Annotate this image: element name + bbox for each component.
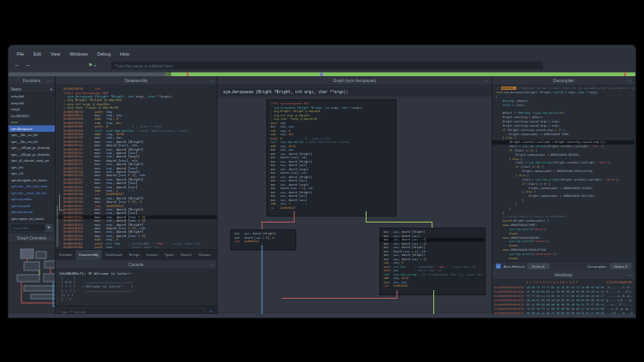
menu-help[interactable]: Help — [116, 50, 134, 58]
function-list-item[interactable]: main — [9, 119, 55, 126]
tab-types[interactable]: Types — [161, 250, 177, 260]
disassembly-panel-title: Disassembly ▫× — [56, 76, 217, 86]
function-list-item[interactable]: entry0 — [9, 106, 55, 113]
functions-panel-title: Functions ▫× — [9, 76, 55, 86]
jump-arrow — [57, 206, 60, 247]
menu-windows[interactable]: Windows — [65, 50, 92, 58]
menu-debug[interactable]: Debug — [92, 50, 115, 58]
disassembly-listing[interactable]: 0x080490fb ret(fcn) sym.Aeropause 304 sy… — [56, 86, 217, 249]
graph-edge-true — [366, 222, 432, 223]
function-list-item[interactable]: sym.__x86.get_pc_thunk.bp — [9, 145, 55, 151]
decompiler-line[interactable]: break; — [492, 257, 635, 261]
jump-arrow — [59, 194, 63, 211]
menu-file[interactable]: File — [12, 50, 28, 58]
disassembly-line[interactable]: 0x08049166 push eax ; const char *s1 — [56, 246, 217, 249]
menu-bar: FileEditViewWindowsDebugHelp — [9, 45, 635, 59]
desktop-background: FileEditViewWindowsDebugHelp ← → ⚑▾ Func… — [0, 0, 644, 362]
function-list-item[interactable]: sym.register_tm_clones — [9, 216, 55, 223]
function-list-item[interactable]: sym.Aeropause — [9, 126, 55, 133]
toolbar: ← → ⚑▾ — [9, 59, 635, 72]
refresh-button[interactable]: Refresh — [528, 264, 550, 270]
dock-close-icon[interactable]: × — [486, 79, 489, 83]
disassembly-panel: Disassembly ▫× 0x080490fb ret(fcn) sym.A… — [56, 76, 218, 314]
tab-sections[interactable]: Sections — [56, 250, 75, 260]
dock-close-icon[interactable]: × — [212, 79, 214, 83]
function-signature-bar[interactable]: sym.Aeropause (Bright *Bright, int argc,… — [219, 86, 490, 97]
dock-close-icon[interactable]: × — [50, 236, 52, 240]
graph-overview-thumbnail[interactable] — [9, 243, 55, 314]
function-list-item[interactable]: sym.imp.__libc_start_main — [9, 183, 55, 190]
graph-edge-false — [282, 298, 397, 299]
console-panel-title: Console ▫× — [56, 260, 217, 270]
graph-block-false-branch[interactable]: mov eax, dword [Bright]mov dword [eax + … — [230, 229, 296, 251]
function-list-item[interactable]: sym._fini — [9, 164, 55, 171]
hexdump-panel-title: Hexdump ▫× — [492, 270, 635, 280]
dock-area: Functions ▫× Name ▾ entry.fini0entry.ini… — [9, 76, 635, 314]
function-list-item[interactable]: sym.imp.__stack_chk_fail — [9, 190, 55, 197]
cutter-window: FileEditViewWindowsDebugHelp ← → ⚑▾ Func… — [9, 45, 635, 317]
function-list-item[interactable]: entry.fini0 — [9, 93, 55, 100]
dock-close-icon[interactable]: × — [629, 273, 632, 277]
function-list-item[interactable]: sym.__libc_csu_init — [9, 139, 55, 145]
decompiler-footer: ✓ Auto Refresh Refresh Decompiler: Ghidr… — [492, 261, 635, 270]
function-list-item[interactable]: sym.imp.malloc — [9, 196, 55, 203]
back-icon[interactable]: ← — [14, 61, 21, 68]
window-bottom-edge — [9, 314, 635, 317]
graph-edge-true — [432, 222, 432, 228]
graph-edge-unconditional — [262, 246, 263, 315]
tab-classes[interactable]: Classes — [195, 250, 214, 260]
functions-list: entry.fini0entry.init0entry0fcn.08049017… — [9, 93, 55, 222]
function-list-item[interactable]: sym._init — [9, 170, 55, 177]
console-prompt-line: [0x080490c7]> ?E Welcome to Cutter! — [56, 270, 217, 276]
graph-instruction-line[interactable]: jne 0x8049187 — [380, 284, 485, 288]
quick-filter-row — [9, 222, 55, 234]
chevron-down-icon: ▾ — [51, 86, 52, 92]
tab-disassembly[interactable]: Disassembly — [75, 250, 102, 260]
graph-edge-false — [294, 211, 295, 222]
decompiler-code[interactable]: // WARNING: [r2ghidra] Failed to match t… — [492, 86, 635, 261]
decompiler-panel: Decompiler ▫× // WARNING: [r2ghidra] Fai… — [492, 76, 635, 314]
graph-panel: Graph (sym.Aeropause) ▫× sym.Aeropause (… — [218, 76, 492, 314]
flag-icon[interactable]: ⚑▾ — [88, 62, 96, 68]
dock-close-icon[interactable]: × — [629, 79, 632, 83]
auto-refresh-checkbox[interactable]: ✓ — [496, 264, 501, 269]
forward-icon[interactable]: → — [25, 61, 32, 68]
quick-filter-input[interactable] — [10, 224, 47, 233]
console-ascii-art: | _ | | O O | .----------------------. |… — [56, 276, 217, 302]
filter-icon[interactable] — [45, 224, 53, 232]
graph-edge-true — [433, 290, 434, 314]
dock-close-icon[interactable]: × — [50, 79, 52, 83]
graph-instruction-line[interactable]: jmp 0x80491a7 — [231, 240, 295, 244]
console-input-row: → — [56, 306, 217, 314]
function-list-item[interactable]: sym.deregister_tm_clones — [9, 177, 55, 184]
functions-panel: Functions ▫× Name ▾ entry.fini0entry.ini… — [9, 76, 56, 314]
console-input[interactable] — [57, 308, 205, 315]
decompiler-select-label: Decompiler: — [587, 264, 607, 269]
functions-column-header[interactable]: Name ▾ — [9, 86, 55, 93]
search-input[interactable] — [110, 61, 544, 70]
graph-panel-title: Graph (sym.Aeropause) ▫× — [218, 76, 492, 86]
tab-dashboard[interactable]: Dashboard — [102, 250, 126, 260]
tab-search[interactable]: Search — [177, 250, 195, 260]
function-list-item[interactable]: fcn.08049017 — [9, 113, 55, 120]
graph-canvas[interactable]: (fcn) sym.Aeropause 304 sym.Aeropause (B… — [218, 98, 492, 314]
function-list-item[interactable]: sym._dl_relocate_static_pie — [9, 157, 55, 164]
menu-view[interactable]: View — [46, 50, 65, 58]
dock-close-icon[interactable]: × — [212, 263, 214, 267]
graph-overview-title: Graph Overview ▫× — [9, 234, 55, 243]
function-list-item[interactable]: sym.imp.strcmp — [9, 209, 55, 216]
decompiler-panel-title: Decompiler ▫× — [492, 76, 635, 86]
menu-edit[interactable]: Edit — [28, 50, 45, 58]
hexdump-rows: 0x00000000000045f0e8 6b ff ff ff 83 c4 1… — [492, 285, 635, 314]
function-list-item[interactable]: entry.init0 — [9, 100, 55, 107]
function-list-item[interactable]: sym.__libc_csu_fini — [9, 132, 55, 139]
tab-imports[interactable]: Imports — [143, 250, 161, 260]
tab-strings[interactable]: Strings — [126, 250, 143, 260]
decompiler-select[interactable]: Ghidra ▾ — [610, 264, 631, 270]
graph-instruction-line[interactable]: ja 0x8049147 — [267, 206, 396, 211]
graph-block-entry[interactable]: (fcn) sym.Aeropause 304 sym.Aeropause (B… — [266, 99, 397, 217]
function-list-item[interactable]: sym.imp.printf — [9, 203, 55, 210]
graph-block-true-branch[interactable]: mov eax, dword [Bright]mov eax, dword [e… — [379, 228, 486, 295]
console-send-icon[interactable]: → — [208, 307, 214, 314]
function-list-item[interactable]: sym.__x86.get_pc_thunk.bx — [9, 151, 55, 158]
